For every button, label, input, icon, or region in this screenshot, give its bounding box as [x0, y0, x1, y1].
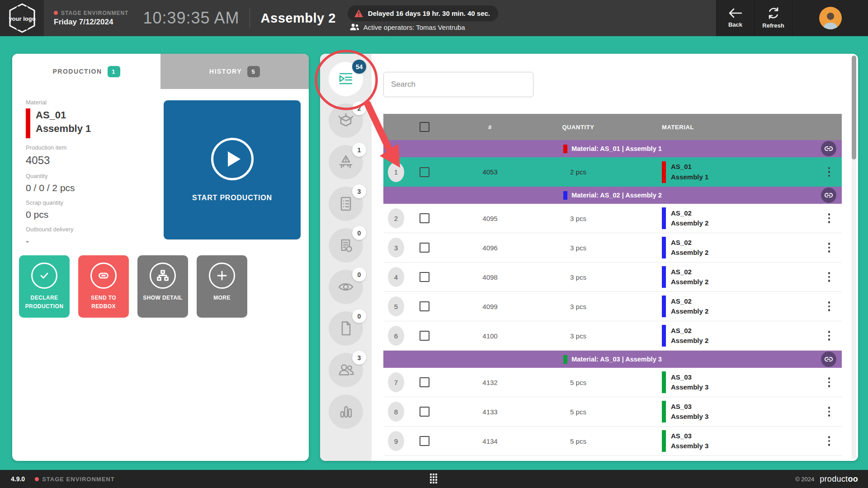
footer-status-dot [35, 477, 39, 481]
production-order-row[interactable]: 3 4096 3 pcs AS_02Assembly 2 [383, 233, 842, 263]
order-id: 4133 [440, 408, 540, 416]
material-color-bar [662, 296, 666, 317]
row-checkbox[interactable] [420, 213, 429, 223]
order-id: 4098 [440, 273, 540, 281]
row-menu-button[interactable] [826, 404, 833, 419]
sitemap-icon [156, 268, 170, 283]
rail-item-file[interactable]: 0 [329, 311, 363, 346]
rail-badge: 0 [352, 309, 366, 323]
app-root: your logo STAGE ENVIRONMENT Friday 7/12/… [0, 0, 868, 488]
production-table: # QUANTITY MATERIAL Material: AS_01 | As… [383, 114, 842, 456]
order-quantity: 3 pcs [540, 303, 617, 310]
production-order-row[interactable]: 7 4132 5 pcs AS_03Assembly 3 [383, 368, 842, 397]
column-header-material: MATERIAL [617, 124, 816, 131]
table-scrollbar-thumb[interactable] [852, 56, 856, 160]
row-index-badge: 9 [388, 431, 404, 451]
production-queue-panel: 542130003 # QUANTITY MATERIAL Material: … [320, 54, 858, 461]
send-to-redbox-button[interactable]: SEND TO REDBOX [78, 255, 129, 318]
search-input[interactable] [383, 72, 533, 97]
queue-icon-rail: 542130003 [320, 54, 372, 461]
material-color-bar [662, 161, 666, 183]
rail-badge: 2 [352, 101, 366, 115]
rail-item-document-sign[interactable]: 0 [329, 228, 363, 263]
material-group-label: Material: AS_01 | Assembly 1 [571, 145, 662, 152]
row-checkbox[interactable] [420, 407, 429, 417]
group-link-button[interactable] [821, 188, 836, 203]
rail-item-checklist[interactable]: 3 [329, 187, 363, 221]
row-menu-button[interactable] [826, 375, 833, 390]
person-photo-icon [821, 10, 840, 29]
rail-item-production-list[interactable]: 54 [329, 62, 363, 96]
scrap-quantity-value: 0 pcs [26, 209, 161, 220]
refresh-label: Refresh [762, 22, 784, 29]
row-menu-button[interactable] [826, 299, 833, 314]
row-menu-button[interactable] [826, 211, 833, 226]
row-checkbox[interactable] [420, 167, 429, 177]
row-menu-button[interactable] [826, 433, 833, 449]
app-grid-icon[interactable] [430, 474, 437, 483]
material-color-bar [662, 401, 666, 422]
declare-production-button[interactable]: DECLARE PRODUCTION [19, 255, 70, 318]
material-color-bar [662, 237, 666, 258]
group-link-button[interactable] [821, 352, 836, 367]
more-button[interactable]: MORE [197, 255, 247, 318]
production-order-row[interactable]: 4 4098 3 pcs AS_02Assembly 2 [383, 263, 842, 292]
production-order-row[interactable]: 9 4134 5 pcs AS_03Assembly 3 [383, 427, 842, 456]
row-checkbox[interactable] [420, 272, 429, 282]
rail-badge: 0 [352, 267, 366, 282]
production-order-row[interactable]: 2 4095 3 pcs AS_02Assembly 2 [383, 204, 842, 233]
show-detail-button[interactable]: SHOW DETAIL [137, 255, 188, 318]
row-checkbox[interactable] [420, 377, 429, 387]
refresh-button[interactable]: Refresh [754, 0, 792, 36]
user-avatar[interactable] [819, 7, 842, 29]
play-icon [211, 138, 254, 180]
row-checkbox[interactable] [420, 301, 429, 311]
row-checkbox[interactable] [420, 436, 429, 446]
row-menu-button[interactable] [826, 240, 833, 255]
hexagon-logo-icon: your logo [7, 2, 37, 34]
link-circle-icon [90, 263, 117, 289]
row-index-badge: 3 [388, 238, 404, 258]
start-production-button[interactable]: START PRODUCTION [164, 100, 301, 239]
production-order-row[interactable]: 8 4133 5 pcs AS_03Assembly 3 [383, 397, 842, 427]
production-order-row[interactable]: 5 4099 3 pcs AS_02Assembly 2 [383, 292, 842, 321]
row-index-badge: 5 [388, 296, 404, 316]
row-menu-button[interactable] [826, 164, 833, 180]
rail-item-machine-warning[interactable]: 1 [329, 145, 363, 179]
column-header-index: # [440, 124, 540, 131]
rail-item-team[interactable]: 3 [329, 353, 363, 387]
material-text: AS_03Assembly 3 [671, 431, 708, 451]
link-icon [825, 145, 833, 152]
row-index-badge: 4 [388, 267, 404, 287]
panel-tabs: PRODUCTION 1 HISTORY 5 [12, 54, 309, 89]
rail-item-eye[interactable]: 0 [329, 270, 363, 304]
active-operators-text: Active operators: Tomas Ventruba [363, 23, 465, 31]
order-id: 4096 [440, 244, 540, 252]
table-header: # QUANTITY MATERIAL [383, 114, 842, 140]
column-header-quantity: QUANTITY [540, 124, 617, 131]
material-color-chip [563, 355, 567, 364]
group-link-button[interactable] [821, 141, 836, 156]
back-button[interactable]: Back [716, 0, 754, 36]
company-logo[interactable]: your logo [0, 0, 44, 36]
document-sign-icon [337, 237, 354, 254]
row-checkbox[interactable] [420, 331, 429, 341]
production-order-row[interactable]: 1 4053 2 pcs AS_01Assembly 1 [383, 157, 842, 187]
plus-icon [215, 268, 229, 283]
production-order-row[interactable]: 6 4100 3 pcs AS_02Assembly 2 [383, 321, 842, 351]
rail-item-package-box[interactable]: 2 [329, 103, 363, 138]
rail-badge: 3 [352, 184, 366, 198]
machine-warning-icon [337, 154, 354, 171]
tab-production[interactable]: PRODUCTION 1 [12, 54, 160, 89]
row-checkbox[interactable] [420, 243, 429, 253]
production-item-value: 4053 [26, 154, 161, 167]
tab-history[interactable]: HISTORY 5 [160, 54, 309, 89]
row-menu-button[interactable] [826, 269, 833, 285]
select-all-checkbox[interactable] [420, 122, 429, 132]
warning-triangle-icon [354, 9, 363, 18]
tab-history-count: 5 [247, 66, 260, 77]
material-group-row: Material: AS_02 | Assembly 2 [383, 187, 842, 204]
bar-chart-icon [337, 403, 354, 420]
row-menu-button[interactable] [826, 328, 833, 343]
rail-item-bar-chart[interactable] [329, 394, 363, 429]
